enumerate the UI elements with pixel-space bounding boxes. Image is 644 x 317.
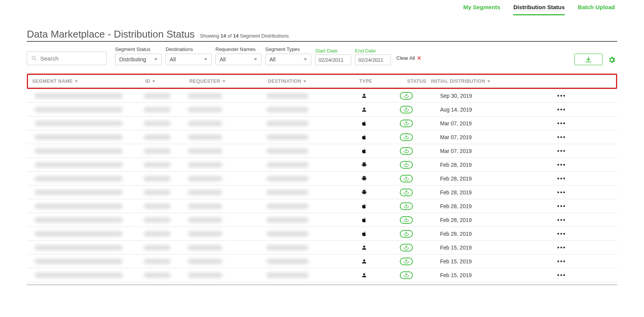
sort-caret-icon (152, 80, 155, 82)
initial-distribution-date: Feb 28, 2019 (429, 231, 506, 237)
redacted-segment-name (34, 162, 123, 168)
redacted-id (144, 231, 171, 237)
destinations-select[interactable]: All (166, 54, 212, 65)
row-more-button[interactable]: ••• (557, 161, 566, 168)
redacted-destination (266, 245, 309, 250)
redacted-requester (188, 176, 222, 181)
redacted-id (144, 121, 171, 126)
table-header-row: SEGMENT NAME ID REQUESTER DESTINATION TY… (28, 75, 616, 88)
table-row[interactable]: Sep 30, 2019••• (27, 89, 617, 103)
redacted-segment-name (34, 148, 123, 154)
table-row[interactable]: Mar 07, 2019••• (27, 117, 617, 130)
end-date-input[interactable]: 02/24/2021 (355, 54, 391, 65)
redacted-id (144, 148, 171, 154)
redacted-id (144, 93, 171, 99)
requesters-select[interactable]: All (215, 54, 261, 65)
user-icon (361, 93, 367, 99)
col-destination[interactable]: DESTINATION (268, 79, 347, 84)
status-distributing-badge (400, 216, 413, 224)
segment-status-select[interactable]: Distributing (115, 54, 162, 65)
tab-batch-upload[interactable]: Batch Upload (578, 4, 615, 15)
distribute-icon (403, 258, 410, 264)
table-row[interactable]: Mar 07, 2019••• (27, 144, 617, 158)
page-title: Data Marketplace - Distribution Status (27, 28, 195, 40)
settings-button[interactable] (606, 54, 617, 65)
col-id[interactable]: ID (145, 79, 189, 84)
redacted-destination (266, 273, 309, 278)
table-row[interactable]: Feb 15, 2019••• (27, 241, 617, 255)
distribute-icon (403, 245, 410, 251)
redacted-id (144, 259, 171, 264)
row-more-button[interactable]: ••• (557, 272, 566, 279)
table-row[interactable]: Feb 28, 2019••• (27, 186, 617, 199)
page-subtitle: Showing 14 of 14 Segment Distributions (200, 33, 289, 39)
redacted-destination (266, 107, 309, 112)
table-row[interactable]: Mar 07, 2019••• (27, 130, 617, 144)
table-row[interactable]: Feb 28, 2019••• (27, 172, 617, 186)
row-more-button[interactable]: ••• (557, 217, 566, 223)
redacted-segment-name (34, 135, 123, 140)
chevron-down-icon (204, 58, 207, 61)
redacted-segment-name (34, 204, 123, 209)
row-more-button[interactable]: ••• (557, 203, 566, 210)
row-more-button[interactable]: ••• (557, 134, 566, 141)
redacted-destination (266, 190, 309, 195)
distribute-icon (403, 107, 410, 113)
table-row[interactable]: Feb 28, 2019••• (27, 213, 617, 227)
row-more-button[interactable]: ••• (557, 244, 566, 251)
table-row[interactable]: Feb 15, 2019••• (27, 255, 617, 268)
row-more-button[interactable]: ••• (557, 148, 566, 154)
redacted-destination (266, 135, 309, 140)
row-more-button[interactable]: ••• (557, 92, 566, 99)
table-row[interactable]: Feb 28, 2019••• (27, 158, 617, 172)
apple-icon (361, 120, 367, 126)
segment-types-select[interactable]: All (265, 54, 311, 65)
redacted-requester (188, 148, 222, 154)
row-more-button[interactable]: ••• (557, 258, 566, 265)
chevron-down-icon (304, 58, 307, 61)
redacted-requester (188, 259, 222, 264)
gear-icon (608, 56, 616, 64)
start-date-input[interactable]: 02/24/2011 (315, 54, 351, 65)
col-requester[interactable]: REQUESTER (189, 79, 268, 84)
row-more-button[interactable]: ••• (557, 106, 566, 113)
tab-my-segments[interactable]: My Segments (463, 4, 500, 15)
row-more-button[interactable]: ••• (557, 175, 566, 182)
tab-distribution-status[interactable]: Distribution Status (513, 4, 565, 15)
row-more-button[interactable]: ••• (557, 189, 566, 196)
initial-distribution-date: Feb 28, 2019 (429, 176, 506, 182)
redacted-id (144, 273, 171, 278)
redacted-id (144, 176, 171, 181)
close-icon: ✕ (417, 55, 421, 61)
search-input[interactable] (40, 55, 102, 62)
status-distributing-badge (400, 106, 413, 113)
download-icon (584, 55, 593, 64)
col-status[interactable]: STATUS (385, 79, 431, 84)
row-more-button[interactable]: ••• (557, 120, 566, 127)
table-row[interactable]: Feb 28, 2019••• (27, 227, 617, 241)
initial-distribution-date: Aug 14, 2019 (429, 107, 506, 113)
redacted-destination (266, 121, 309, 126)
initial-distribution-date: Feb 15, 2019 (429, 258, 506, 264)
redacted-requester (188, 190, 222, 195)
col-segment-name[interactable]: SEGMENT NAME (28, 79, 145, 84)
table-row[interactable]: Aug 14, 2019••• (27, 103, 617, 117)
user-icon (361, 258, 367, 264)
apple-icon (361, 231, 367, 237)
col-initial-distribution[interactable]: INITIAL DISTRIBUTION (431, 79, 508, 84)
user-icon (361, 107, 367, 113)
clear-all-button[interactable]: Clear All✕ (396, 55, 421, 61)
table-row[interactable]: Feb 15, 2019••• (27, 268, 617, 282)
row-more-button[interactable]: ••• (557, 230, 566, 237)
redacted-segment-name (34, 107, 123, 112)
download-button[interactable] (574, 54, 603, 65)
redacted-requester (188, 135, 222, 140)
distribute-icon (403, 120, 410, 126)
table-row[interactable]: Feb 28, 2019••• (27, 199, 617, 213)
col-type[interactable]: TYPE (347, 79, 385, 84)
end-date-label: End Date (355, 48, 391, 54)
search-input-wrapper[interactable] (27, 51, 107, 65)
redacted-requester (188, 231, 222, 237)
distribute-icon (403, 134, 410, 140)
redacted-destination (266, 93, 309, 99)
